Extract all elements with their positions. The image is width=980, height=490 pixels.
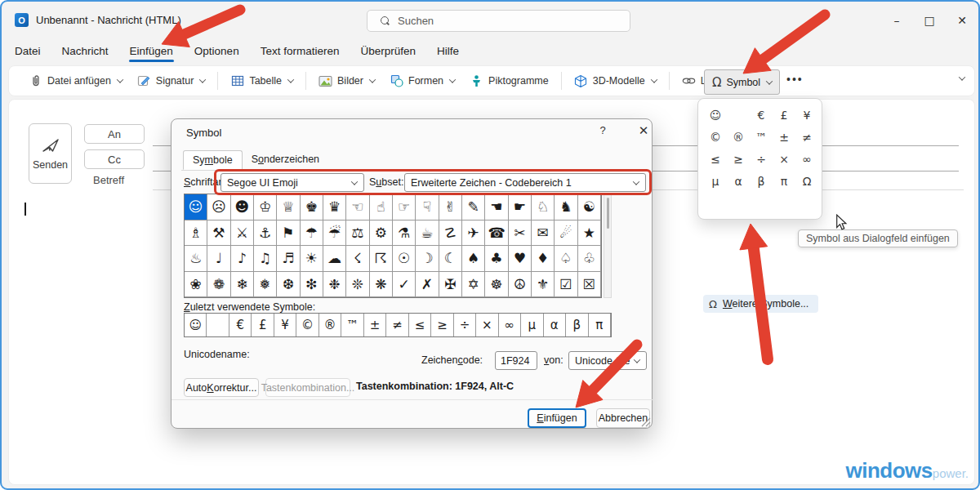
scrollbar-thumb[interactable] bbox=[607, 198, 609, 229]
symbol-cell[interactable]: ❊ bbox=[346, 272, 369, 298]
symbol-cell[interactable]: ⚖ bbox=[346, 220, 369, 247]
symbol-cell[interactable]: ≥ bbox=[727, 148, 750, 170]
send-button[interactable]: Senden bbox=[29, 123, 72, 184]
symbol-cell[interactable]: ♛ bbox=[323, 194, 346, 220]
symbol-cell[interactable]: ☺ bbox=[185, 194, 207, 220]
symbol-cell[interactable]: ☾ bbox=[439, 246, 462, 272]
charcode-input[interactable]: 1F924 bbox=[495, 351, 537, 370]
symbol-cell[interactable]: ☔ bbox=[323, 220, 346, 247]
symbol-cell[interactable]: ♦ bbox=[532, 246, 555, 272]
symbol-cell[interactable]: × bbox=[773, 148, 795, 170]
scrollbar[interactable] bbox=[604, 194, 612, 298]
symbol-cell[interactable]: ♠ bbox=[462, 246, 485, 272]
symbol-cell[interactable]: ☹ bbox=[207, 194, 230, 220]
tab-datei[interactable]: Datei bbox=[15, 41, 41, 62]
symbol-cell[interactable]: ≠ bbox=[795, 126, 818, 148]
tab-symbole[interactable]: Symbole bbox=[183, 150, 243, 170]
symbol-cell[interactable]: ♤ bbox=[555, 246, 577, 272]
symbol-cell[interactable]: ™ bbox=[750, 126, 773, 148]
symbol-cell[interactable]: ❅ bbox=[254, 272, 277, 298]
symbol-cell[interactable]: ☉ bbox=[393, 246, 416, 272]
symbol-cell[interactable]: ≥ bbox=[431, 314, 453, 336]
symbol-cell[interactable]: ± bbox=[773, 126, 795, 148]
autocorrect-button[interactable]: AutoKorrektur... bbox=[184, 378, 259, 397]
symbol-cell[interactable]: ☟ bbox=[416, 194, 439, 220]
symbol-cell[interactable]: π bbox=[589, 314, 611, 336]
symbol-cell[interactable]: ♪ bbox=[231, 246, 254, 272]
symbol-cell[interactable]: ⚙ bbox=[370, 220, 393, 247]
symbol-cell[interactable]: ♧ bbox=[578, 246, 601, 272]
symbol-cell[interactable]: ∞ bbox=[499, 314, 521, 336]
symbol-cell[interactable]: ⚓ bbox=[254, 220, 277, 247]
symbol-cell[interactable]: π bbox=[773, 170, 795, 192]
symbol-cell[interactable]: ® bbox=[727, 126, 750, 148]
to-button[interactable]: An bbox=[84, 124, 145, 144]
symbol-cell[interactable]: ☺ bbox=[185, 314, 207, 336]
table-button[interactable]: Tabelle bbox=[225, 74, 298, 88]
symbol-cell[interactable]: ⚒ bbox=[207, 220, 230, 247]
symbol-cell[interactable]: ✈ bbox=[462, 220, 485, 247]
pictograms-button[interactable]: Piktogramme bbox=[465, 74, 554, 88]
maximize-button[interactable]: □ bbox=[913, 14, 946, 27]
symbol-cell[interactable]: ☕ bbox=[416, 220, 439, 247]
symbol-cell[interactable]: ☇ bbox=[346, 246, 369, 272]
symbol-cell[interactable]: ♘ bbox=[532, 194, 555, 220]
symbol-cell[interactable]: ☻ bbox=[231, 194, 254, 220]
shapes-button[interactable]: Formen bbox=[385, 74, 460, 88]
symbol-cell[interactable]: α bbox=[544, 314, 566, 336]
dialog-help-button[interactable]: ? bbox=[591, 124, 614, 142]
symbol-cell[interactable]: ¥ bbox=[795, 104, 818, 126]
symbol-cell[interactable]: ☞ bbox=[393, 194, 416, 220]
symbol-cell[interactable]: ★ bbox=[578, 220, 601, 247]
symbol-cell[interactable]: ± bbox=[364, 314, 386, 336]
symbol-cell[interactable]: ÷ bbox=[750, 148, 773, 170]
symbol-cell[interactable]: ☁ bbox=[323, 246, 346, 272]
symbol-cell[interactable]: ≤ bbox=[704, 148, 727, 170]
symbol-cell[interactable]: ✗ bbox=[416, 272, 439, 298]
symbol-button[interactable]: Ω Symbol bbox=[704, 69, 780, 95]
symbol-cell[interactable]: ♔ bbox=[254, 194, 277, 220]
symbol-cell[interactable]: β bbox=[566, 314, 588, 336]
symbol-cell[interactable]: ☀ bbox=[301, 246, 323, 272]
minimize-button[interactable]: – bbox=[880, 14, 913, 27]
tab-text-formatieren[interactable]: Text formatieren bbox=[261, 41, 340, 62]
symbol-cell[interactable]: ☝ bbox=[370, 194, 393, 220]
symbol-cell[interactable]: ☸ bbox=[485, 272, 508, 298]
symbol-cell[interactable] bbox=[727, 104, 750, 126]
symbol-cell[interactable]: € bbox=[229, 314, 252, 336]
symbol-cell[interactable]: ❆ bbox=[277, 272, 300, 298]
cc-button[interactable]: Cc bbox=[84, 149, 145, 169]
symbol-cell[interactable]: ♥ bbox=[509, 246, 532, 272]
symbol-cell[interactable]: © bbox=[296, 314, 318, 336]
symbol-cell[interactable]: ☈ bbox=[370, 246, 393, 272]
symbol-cell[interactable]: ❋ bbox=[370, 272, 393, 298]
signature-button[interactable]: Signatur bbox=[132, 74, 211, 88]
symbol-cell[interactable]: ☡ bbox=[439, 220, 462, 247]
symbol-cell[interactable]: ® bbox=[319, 314, 341, 336]
symbol-cell[interactable]: ✡ bbox=[462, 272, 485, 298]
symbol-cell[interactable]: £ bbox=[252, 314, 274, 336]
symbol-cell[interactable]: µ bbox=[521, 314, 543, 336]
symbol-cell[interactable]: ☒ bbox=[578, 272, 601, 298]
symbol-cell[interactable]: € bbox=[750, 104, 773, 126]
symbol-cell[interactable]: ♕ bbox=[277, 194, 300, 220]
symbol-cell[interactable]: ❉ bbox=[323, 272, 346, 298]
symbol-cell[interactable]: ≤ bbox=[409, 314, 431, 336]
symbol-cell[interactable]: ™ bbox=[341, 314, 363, 336]
ribbon-overflow-button[interactable]: ••• bbox=[786, 73, 804, 86]
symbol-cell[interactable] bbox=[207, 314, 229, 336]
symbol-cell[interactable]: ✓ bbox=[393, 272, 416, 298]
tab-einfuegen[interactable]: Einfügen bbox=[130, 41, 173, 62]
symbol-cell[interactable]: ♨ bbox=[185, 246, 207, 272]
symbol-cell[interactable]: © bbox=[704, 126, 727, 148]
from-select[interactable]: Unicode (he bbox=[568, 351, 647, 370]
symbol-cell[interactable]: £ bbox=[773, 104, 795, 126]
symbol-cell[interactable]: ❀ bbox=[185, 272, 207, 298]
symbol-cell[interactable]: ✌ bbox=[439, 194, 462, 220]
tab-sonderzeichen[interactable]: Sonderzeichen bbox=[243, 150, 328, 170]
symbol-cell[interactable]: ❄ bbox=[231, 272, 254, 298]
symbol-cell[interactable]: ☮ bbox=[509, 272, 532, 298]
tab-nachricht[interactable]: Nachricht bbox=[62, 41, 109, 62]
symbol-cell[interactable]: ☯ bbox=[578, 194, 601, 220]
symbol-cell[interactable]: ☚ bbox=[485, 194, 508, 220]
